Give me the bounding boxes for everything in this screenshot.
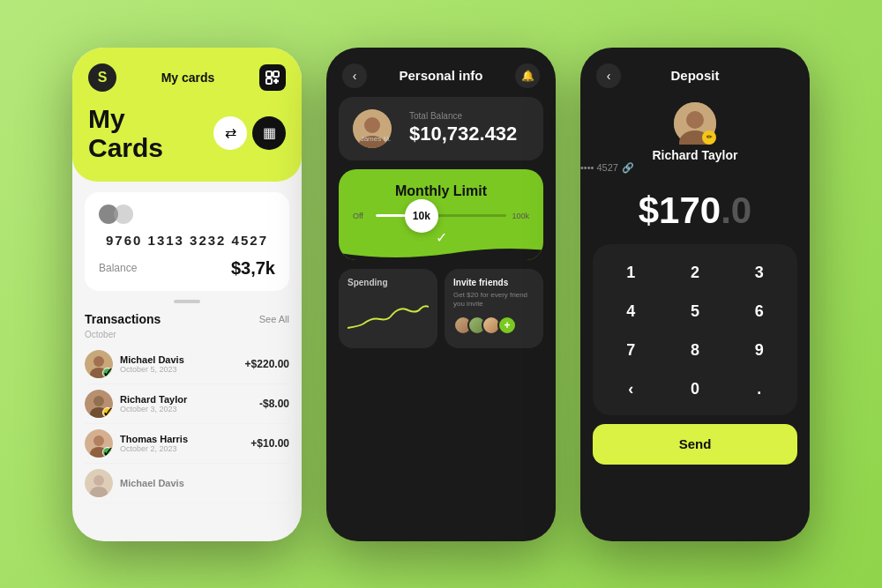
key-3[interactable]: 3 xyxy=(728,255,790,292)
tx-month: October xyxy=(85,330,289,339)
mastercard-icon xyxy=(99,205,275,224)
tx-amount: -$8.00 xyxy=(259,398,289,410)
slider-thumb[interactable]: 10k xyxy=(405,199,438,233)
tx-amount: +$220.00 xyxy=(245,358,289,370)
status-badge: ✓ xyxy=(102,407,113,418)
svg-rect-1 xyxy=(273,71,279,77)
avatar: ✓ xyxy=(85,429,113,458)
balance-value: $10,732.432 xyxy=(409,123,529,145)
key-1[interactable]: 1 xyxy=(600,255,662,292)
add-friend-button[interactable]: + xyxy=(497,316,517,335)
table-row: ✓ Richard Taylor October 3, 2023 -$8.00 xyxy=(85,384,289,424)
transactions-title: Transactions xyxy=(85,312,161,326)
key-4[interactable]: 4 xyxy=(600,294,662,331)
key-2[interactable]: 2 xyxy=(664,255,727,292)
balance-card: James M. Total Balance $10,732.432 xyxy=(339,97,543,160)
phone-deposit: ‹ Deposit ✏ Richard Taylor •••• 4527 🔗 $… xyxy=(580,48,810,541)
verified-badge: ✏ xyxy=(702,130,716,145)
avatar: ✓ xyxy=(85,390,113,418)
notification-button[interactable]: 🔔 xyxy=(515,63,540,88)
balance-label: Total Balance xyxy=(409,111,529,121)
svg-point-13 xyxy=(93,475,104,486)
recipient-profile: ✏ Richard Taylor •••• 4527 🔗 xyxy=(580,97,810,182)
tx-amount: +$10.00 xyxy=(250,437,289,450)
key-0[interactable]: 0 xyxy=(664,371,727,408)
table-row: ✓ Michael Davis October 5, 2023 +$220.00 xyxy=(85,345,289,384)
slider-max-label: 100k xyxy=(512,212,529,220)
toggle-swap[interactable]: ⇄ xyxy=(213,116,247,150)
key-decimal[interactable]: . xyxy=(728,371,790,408)
monthly-limit-card: Monthly Limit Off 10k 100k ✓ xyxy=(339,169,543,260)
balance-label: Balance xyxy=(99,262,137,274)
avatar xyxy=(85,469,113,497)
svg-point-19 xyxy=(686,111,704,129)
slider-off-label: Off xyxy=(353,212,370,220)
status-badge: ✓ xyxy=(102,368,113,378)
key-5[interactable]: 5 xyxy=(664,294,727,331)
transactions-section: Transactions See All October ✓ Michael D… xyxy=(72,303,302,503)
page-title: Personal info xyxy=(399,68,482,83)
deposit-amount: $170.0 xyxy=(580,182,810,244)
card-display: 9760 1313 3232 4527 Balance $3,7k xyxy=(85,192,289,291)
table-row: Michael Davis xyxy=(85,464,289,503)
key-9[interactable]: 9 xyxy=(728,332,790,369)
cards-title: My cards xyxy=(161,71,215,85)
key-8[interactable]: 8 xyxy=(664,332,727,369)
monthly-limit-title: Monthly Limit xyxy=(353,183,529,199)
slider-track[interactable]: 10k xyxy=(376,214,506,217)
key-7[interactable]: 7 xyxy=(600,332,662,369)
tx-name: Richard Taylor xyxy=(120,394,252,405)
svg-rect-0 xyxy=(266,71,272,77)
grid-icon[interactable] xyxy=(259,64,286,91)
tx-name: Michael Davis xyxy=(120,354,238,365)
tx-date: October 2, 2023 xyxy=(120,444,243,453)
spending-title: Spending xyxy=(348,278,429,287)
phone-personal-info: ‹ Personal info 🔔 James M. Total Balance… xyxy=(326,48,556,541)
avatar: ✓ xyxy=(85,350,113,378)
spending-card: Spending xyxy=(339,269,437,348)
tx-date: October 5, 2023 xyxy=(120,365,238,374)
avatar: ✏ xyxy=(674,102,716,145)
app-logo: S xyxy=(88,63,116,92)
svg-rect-2 xyxy=(266,78,272,84)
card-number: •••• 4527 🔗 xyxy=(580,162,810,174)
card-toggle: ⇄ ▦ xyxy=(213,116,286,150)
status-badge: ✓ xyxy=(102,447,113,458)
key-backspace[interactable]: ‹ xyxy=(600,371,662,408)
back-button[interactable]: ‹ xyxy=(342,63,367,88)
balance-value: $3,7k xyxy=(231,258,275,279)
page-title: Deposit xyxy=(670,68,719,83)
keypad: 1 2 3 4 5 6 7 8 9 ‹ 0 . xyxy=(593,244,797,415)
recipient-name: Richard Taylor xyxy=(580,148,810,162)
tx-name: Thomas Harris xyxy=(120,434,243,444)
key-6[interactable]: 6 xyxy=(728,294,790,331)
send-button[interactable]: Send xyxy=(593,424,797,465)
card-number: 9760 1313 3232 4527 xyxy=(99,233,275,248)
back-button[interactable]: ‹ xyxy=(596,63,621,88)
tx-name: Michael Davis xyxy=(120,478,289,488)
phone-my-cards: S My cards My Cards ⇄ ▦ xyxy=(72,48,302,541)
table-row: ✓ Thomas Harris October 2, 2023 +$10.00 xyxy=(85,424,289,464)
invite-avatars: + xyxy=(453,316,534,335)
hero-title: My Cards xyxy=(88,104,163,162)
invite-desc: Get $20 for every friend you invite xyxy=(453,291,534,309)
see-all-link[interactable]: See All xyxy=(259,314,289,324)
svg-point-16 xyxy=(364,117,380,133)
tx-date: October 3, 2023 xyxy=(120,405,252,413)
bottom-cards-row: Spending Invite friends Get $20 for ever… xyxy=(339,269,543,348)
toggle-card[interactable]: ▦ xyxy=(252,116,286,150)
invite-title: Invite friends xyxy=(453,278,534,287)
user-name-tag: James M. xyxy=(353,135,399,143)
invite-friends-card: Invite friends Get $20 for every friend … xyxy=(445,269,543,348)
